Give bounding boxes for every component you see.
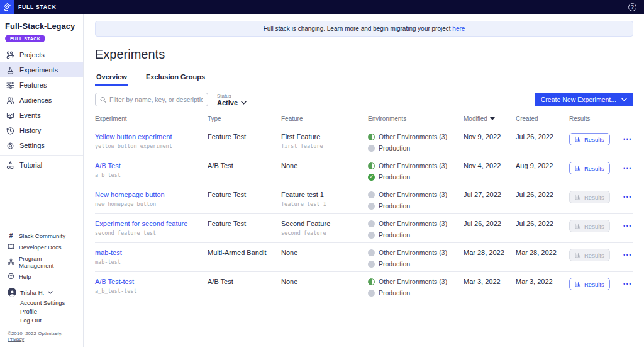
- experiment-name-link[interactable]: Yellow button experiment: [95, 133, 172, 140]
- row-actions-menu[interactable]: •••: [623, 278, 632, 290]
- sidebar-link-developer-docs[interactable]: Developer Docs: [0, 241, 83, 253]
- copyright: ©2010–2022 Optimizely. Privacy: [0, 324, 83, 343]
- row-actions-menu[interactable]: •••: [623, 162, 632, 174]
- results-button[interactable]: Results: [569, 162, 610, 174]
- sidebar-link-program-management[interactable]: Program Management: [0, 253, 83, 271]
- column-header-results[interactable]: Results: [569, 115, 623, 122]
- created-date: Jul 26, 2022: [516, 191, 569, 198]
- results-button[interactable]: Results: [569, 278, 610, 290]
- sidebar-item-label: Audiences: [19, 96, 52, 104]
- page-title: Experiments: [95, 47, 633, 62]
- results-label: Results: [584, 165, 604, 172]
- row-actions-menu[interactable]: •••: [623, 133, 632, 145]
- modified-date: Mar 3, 2022: [464, 278, 516, 285]
- bar-chart-icon: [575, 136, 581, 142]
- sidebar-item-audiences[interactable]: Audiences: [0, 93, 83, 108]
- project-name: Full-Stack-Legacy: [0, 21, 83, 31]
- status-value: Active: [217, 99, 238, 106]
- help-icon[interactable]: ?: [628, 3, 636, 11]
- menu-item-log-out[interactable]: Log Out: [20, 316, 83, 324]
- bar-chart-icon: [575, 194, 581, 200]
- sidebar-item-experiments[interactable]: Experiments: [0, 62, 83, 77]
- row-actions-menu[interactable]: •••: [623, 249, 632, 261]
- sidebar-item-label: Settings: [19, 142, 45, 149]
- results-label: Results: [584, 281, 604, 288]
- environment-label: Production: [379, 144, 410, 152]
- status-dropdown[interactable]: Status Active: [217, 93, 247, 106]
- column-header-type[interactable]: Type: [208, 115, 281, 122]
- sidebar-link-help[interactable]: Help: [0, 271, 83, 283]
- user-menu-toggle[interactable]: Trisha H.: [0, 283, 83, 298]
- column-header-created[interactable]: Created: [516, 115, 569, 122]
- experiment-cell: A/B Test a_b_test: [95, 162, 208, 178]
- results-button: Results: [569, 249, 610, 261]
- environment-status-icon: [368, 191, 375, 198]
- column-header-experiment[interactable]: Experiment: [95, 115, 208, 122]
- footer-link-label: Program Management: [19, 255, 78, 269]
- experiment-name-link[interactable]: Experiment for second feature: [95, 220, 187, 227]
- row-actions-menu[interactable]: •••: [623, 191, 632, 203]
- sidebar-item-events[interactable]: Events: [0, 108, 83, 123]
- menu-item-profile[interactable]: Profile: [20, 307, 83, 316]
- environment-status-icon: [368, 220, 375, 227]
- feature-cell: Feature test 1 feature_test_1: [281, 191, 368, 207]
- environment-status-icon: [368, 145, 375, 152]
- menu-item-account-settings[interactable]: Account Settings: [20, 298, 83, 307]
- privacy-link[interactable]: Privacy: [8, 336, 24, 342]
- column-header-environments[interactable]: Environments: [368, 115, 464, 122]
- book-icon: [8, 243, 14, 251]
- project-type-badge: FULL STACK: [5, 35, 45, 42]
- create-new-experiment-button[interactable]: Create New Experiment...: [535, 93, 633, 106]
- sidebar-link-slack-community[interactable]: # Slack Community: [0, 230, 83, 241]
- tab-overview[interactable]: Overview: [95, 71, 128, 86]
- bar-chart-icon: [575, 281, 581, 287]
- environment-label: Other Environments (3): [379, 133, 447, 140]
- sidebar-item-label: Events: [19, 111, 41, 119]
- experiment-type: Feature Test: [208, 220, 281, 227]
- main-content: Full stack is changing. Learn more and b…: [84, 14, 644, 347]
- search-icon: [100, 96, 106, 103]
- tab-exclusion-groups[interactable]: Exclusion Groups: [145, 71, 206, 86]
- experiment-name-link[interactable]: A/B Test: [95, 162, 121, 169]
- experiment-name-link[interactable]: mab-test: [95, 249, 122, 256]
- row-actions-menu[interactable]: •••: [623, 220, 632, 232]
- feature-name: Feature test 1: [281, 191, 368, 198]
- filter-search-box[interactable]: [95, 93, 208, 106]
- bar-chart-icon: [575, 165, 581, 171]
- sidebar-item-projects[interactable]: Projects: [0, 47, 83, 62]
- created-date: Jul 26, 2022: [516, 220, 569, 227]
- experiment-cell: A/B Test-test a_b_test-test: [95, 278, 208, 294]
- sidebar-divider: [0, 155, 83, 156]
- column-header-feature[interactable]: Feature: [281, 115, 368, 122]
- experiment-type: Feature Test: [208, 191, 281, 198]
- results-button[interactable]: Results: [569, 133, 610, 145]
- column-header-modified[interactable]: Modified: [464, 115, 516, 122]
- sidebar-item-history[interactable]: History: [0, 123, 83, 138]
- brand: FULL STACK: [0, 0, 57, 14]
- modified-date: Jul 27, 2022: [464, 191, 516, 198]
- results-label: Results: [584, 194, 604, 201]
- created-date: Jul 26, 2022: [516, 133, 569, 140]
- environment-label: Production: [379, 231, 410, 239]
- experiment-cell: New homepage button new_homepage_button: [95, 191, 208, 207]
- experiment-name-link[interactable]: New homepage button: [95, 191, 165, 198]
- experiment-type: Multi-Armed Bandit: [208, 249, 281, 256]
- experiment-key: yellow_button_experiment: [95, 143, 208, 149]
- experiment-name-link[interactable]: A/B Test-test: [95, 278, 134, 285]
- environments-cell: Other Environments (3) Production: [368, 220, 464, 242]
- history-icon: [6, 127, 14, 135]
- hash-icon: #: [8, 232, 14, 239]
- events-icon: [6, 111, 14, 120]
- environment-status-icon: [368, 278, 375, 285]
- bar-chart-icon: [575, 223, 581, 229]
- banner-here-link[interactable]: here: [452, 25, 465, 32]
- sidebar-item-tutorial[interactable]: Tutorial: [0, 157, 83, 173]
- feature-cell: None: [281, 249, 368, 259]
- filter-input[interactable]: [109, 96, 203, 103]
- sidebar-item-features[interactable]: Features: [0, 77, 83, 93]
- feature-name: First Feature: [281, 133, 368, 140]
- environment-status-icon: [368, 261, 375, 268]
- sidebar-item-settings[interactable]: Settings: [0, 138, 83, 153]
- experiment-key: a_b_test-test: [95, 288, 208, 294]
- environment-status-icon: [368, 290, 375, 297]
